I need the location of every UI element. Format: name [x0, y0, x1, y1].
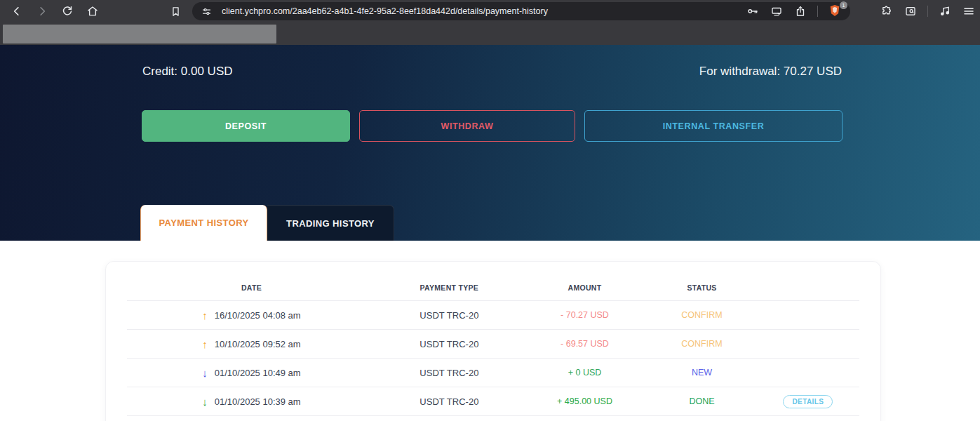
col-header-amount: AMOUNT — [523, 283, 647, 292]
table-row: ↑ 10/10/2025 09:52 am USDT TRC-20 - 69.5… — [127, 330, 859, 359]
shield-badge: 1 — [840, 1, 847, 9]
table-row: ↓ 01/10/2025 10:39 am USDT TRC-20 + 495.… — [127, 387, 859, 416]
reload-icon[interactable] — [60, 4, 74, 18]
row-date: 16/10/2025 04:08 am — [215, 310, 301, 321]
address-bar[interactable]: client.ychpro.com/2aa4eb62-a4b1-4fe2-95a… — [192, 2, 850, 20]
forward-icon[interactable] — [35, 4, 49, 18]
browser-chrome: client.ychpro.com/2aa4eb62-a4b1-4fe2-95a… — [0, 0, 980, 45]
row-status: CONFIRM — [647, 310, 757, 320]
row-payment-type: USDT TRC-20 — [376, 339, 523, 349]
back-icon[interactable] — [10, 4, 24, 18]
url-text[interactable]: client.ychpro.com/2aa4eb62-a4b1-4fe2-95a… — [222, 6, 746, 16]
redacted-bookmark-item[interactable] — [3, 25, 276, 44]
row-date: 10/10/2025 09:52 am — [215, 339, 301, 349]
row-amount: - 69.57 USD — [523, 339, 647, 349]
row-date: 01/10/2025 10:39 am — [215, 396, 301, 407]
bookmark-icon[interactable] — [168, 4, 182, 18]
home-icon[interactable] — [86, 4, 100, 18]
tab-payment-history[interactable]: PAYMENT HISTORY — [140, 205, 267, 241]
credit-balance: Credit: 0.00 USD — [142, 65, 233, 79]
key-icon[interactable] — [746, 4, 760, 18]
row-amount: + 0 USD — [523, 368, 647, 377]
payment-history-card: DATE PAYMENT TYPE AMOUNT STATUS ↑ 16/10/… — [105, 261, 881, 421]
site-controls-icon[interactable] — [199, 4, 213, 18]
table-row: ↑ 16/10/2025 04:08 am USDT TRC-20 - 70.2… — [127, 301, 859, 330]
table-header-row: DATE PAYMENT TYPE AMOUNT STATUS — [127, 274, 859, 301]
row-payment-type: USDT TRC-20 — [376, 310, 523, 321]
share-icon[interactable] — [793, 4, 807, 18]
internal-transfer-button[interactable]: INTERNAL TRANSFER — [584, 110, 843, 142]
row-status: CONFIRM — [647, 339, 757, 349]
brave-shield-icon[interactable]: 1 — [828, 4, 843, 19]
withdraw-button[interactable]: WITHDRAW — [359, 110, 575, 142]
col-header-payment-type: PAYMENT TYPE — [376, 283, 523, 292]
bookmarks-bar — [0, 22, 980, 45]
row-payment-type: USDT TRC-20 — [376, 368, 523, 378]
browser-toolbar: client.ychpro.com/2aa4eb62-a4b1-4fe2-95a… — [0, 0, 980, 22]
row-date: 01/10/2025 10:49 am — [215, 368, 301, 378]
deposit-button[interactable]: DEPOSIT — [142, 110, 350, 142]
direction-down-icon: ↓ — [202, 367, 208, 379]
col-header-date: DATE — [127, 283, 376, 292]
tab-trading-history[interactable]: TRADING HISTORY — [267, 205, 394, 241]
withdrawal-balance: For withdrawal: 70.27 USD — [699, 65, 842, 79]
table-row: ↓ 01/10/2025 10:49 am USDT TRC-20 + 0 US… — [127, 359, 859, 387]
row-status: NEW — [647, 368, 757, 377]
direction-up-icon: ↑ — [202, 309, 208, 321]
row-amount: + 495.00 USD — [523, 396, 647, 406]
history-tabs: PAYMENT HISTORY TRADING HISTORY — [140, 205, 394, 241]
row-amount: - 70.27 USD — [523, 310, 647, 320]
account-header: Credit: 0.00 USD For withdrawal: 70.27 U… — [0, 45, 980, 241]
menu-icon[interactable] — [962, 4, 976, 18]
toolbar-divider — [927, 6, 928, 17]
details-button[interactable]: DETAILS — [783, 395, 833, 408]
music-icon[interactable] — [938, 4, 952, 18]
extensions-icon[interactable] — [880, 4, 894, 18]
col-header-status: STATUS — [647, 283, 757, 292]
action-buttons: DEPOSIT WITHDRAW INTERNAL TRANSFER — [142, 110, 843, 142]
row-status: DONE — [647, 396, 757, 406]
direction-down-icon: ↓ — [202, 396, 208, 408]
save-to-device-icon[interactable] — [770, 4, 784, 18]
row-payment-type: USDT TRC-20 — [376, 396, 523, 407]
payment-history-panel: DATE PAYMENT TYPE AMOUNT STATUS ↑ 16/10/… — [0, 241, 980, 421]
sidebar-search-icon[interactable] — [904, 4, 918, 18]
direction-up-icon: ↑ — [202, 338, 208, 350]
toolbar-divider — [817, 6, 818, 17]
